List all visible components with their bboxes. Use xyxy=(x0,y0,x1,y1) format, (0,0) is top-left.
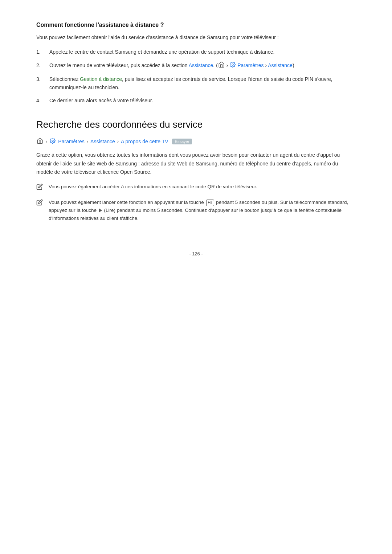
bullet-1-text: Vous pouvez également accéder à ces info… xyxy=(49,183,257,191)
bullet-1: Vous pouvez également accéder à ces info… xyxy=(36,183,356,193)
home-icon xyxy=(218,61,225,70)
svg-point-0 xyxy=(232,64,233,65)
gear-icon-section2 xyxy=(50,138,56,145)
step-2: 2. Ouvrez le menu de votre téléviseur, p… xyxy=(36,61,356,70)
step-4-num: 4. xyxy=(36,97,49,104)
page-number: - 126 - xyxy=(189,251,203,257)
params-link-step2: Paramètres xyxy=(237,62,264,68)
step-4-text: Ce dernier aura alors accès à votre télé… xyxy=(49,97,153,104)
assistance-link-end-step2[interactable]: Assistance xyxy=(268,62,293,68)
step-3: 3. Sélectionnez Gestion à distance, puis… xyxy=(36,75,356,91)
breadcrumb-sep-1: › xyxy=(226,62,230,68)
play-info-button-icon: ▶|| xyxy=(206,200,214,206)
essayer-badge: Essayer xyxy=(172,139,192,144)
section2-breadcrumb: › Paramètres › Assistance › A propos de … xyxy=(36,138,356,145)
gestion-link[interactable]: Gestion à distance xyxy=(80,76,122,82)
step-2-num: 2. xyxy=(36,61,49,69)
section2-heading: Recherche des coordonnées du service xyxy=(36,119,356,130)
bullet-2: Vous pouvez également lancer cette fonct… xyxy=(36,198,356,222)
step-3-num: 3. xyxy=(36,75,49,83)
step-1: 1. Appelez le centre de contact Samsung … xyxy=(36,48,356,56)
step-1-text: Appelez le centre de contact Samsung et … xyxy=(49,48,274,56)
step-1-num: 1. xyxy=(36,48,49,56)
assistance-link-step2[interactable]: Assistance xyxy=(189,62,213,68)
bullet-list: Vous pouvez également accéder à ces info… xyxy=(36,183,356,222)
pencil-icon-2 xyxy=(36,199,44,209)
svg-point-1 xyxy=(52,140,53,141)
bc-params: Paramètres xyxy=(58,139,84,144)
home-icon-section2 xyxy=(37,138,43,145)
bc-sep-2: › xyxy=(87,139,88,144)
pencil-icon-1 xyxy=(36,184,44,193)
bc-about: A propos de cette TV xyxy=(121,139,168,144)
bc-sep-3: › xyxy=(117,139,119,144)
step-3-content: Sélectionnez Gestion à distance, puis li… xyxy=(49,75,356,91)
gear-icon xyxy=(230,62,236,70)
bc-sep-1: › xyxy=(46,139,47,144)
section2-description: Grace à cette option, vous obtenez toute… xyxy=(36,151,356,176)
step-2-content: Ouvrez le menu de votre téléviseur, puis… xyxy=(49,61,294,70)
section1-intro: Vous pouvez facilement obtenir l'aide du… xyxy=(36,33,356,41)
section1-title: Comment fonctionne l'assistance à distan… xyxy=(36,22,356,28)
play-arrow-icon xyxy=(99,208,102,213)
bc-assistance: Assistance xyxy=(90,139,115,144)
bullet-2-text: Vous pouvez également lancer cette fonct… xyxy=(49,198,356,222)
steps-list: 1. Appelez le centre de contact Samsung … xyxy=(36,48,356,104)
page-footer: - 126 - xyxy=(36,251,356,257)
step-4: 4. Ce dernier aura alors accès à votre t… xyxy=(36,97,356,104)
